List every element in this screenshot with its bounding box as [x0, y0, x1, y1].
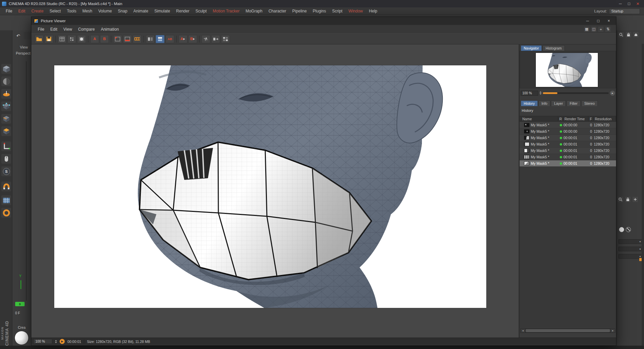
am-search-icon[interactable] [618, 197, 623, 202]
save-image-icon[interactable] [44, 35, 53, 43]
pv-menu-animation[interactable]: Animation [98, 27, 122, 32]
picture-viewer-titlebar[interactable]: Picture Viewer ─ □ × [31, 17, 616, 25]
search-icon[interactable] [618, 32, 624, 37]
am-lock-icon[interactable] [625, 197, 631, 202]
material-create-menu[interactable]: Crea [18, 325, 26, 329]
status-zoom-field[interactable]: 100 % [33, 339, 52, 344]
b-assign-icon[interactable]: B [188, 35, 197, 43]
model-mode-icon[interactable] [1, 64, 11, 74]
points-mode-icon[interactable] [1, 101, 11, 111]
tab-filter[interactable]: Filter [566, 100, 580, 106]
history-row[interactable]: My Mask5 * 00:00:01 0 1280x720 [520, 141, 616, 148]
menu-pipeline[interactable]: Pipeline [289, 9, 310, 13]
material-preview-sphere[interactable] [14, 331, 29, 345]
subdivision-surface-icon[interactable]: S [1, 166, 11, 176]
column-render-time[interactable]: Render Time [563, 116, 588, 121]
shader-circle-icon[interactable] [619, 227, 624, 232]
history-row[interactable]: My Mask5 * 00:00:01 0 1280x720 [520, 148, 616, 154]
zoom-value-field[interactable]: 100 % [521, 91, 538, 96]
menu-snap[interactable]: Snap [115, 9, 130, 13]
lock-icon[interactable] [626, 32, 631, 37]
pv-close-icon[interactable]: × [608, 18, 610, 24]
pv-minimize-icon[interactable]: ─ [586, 18, 589, 24]
open-file-icon[interactable] [35, 35, 43, 43]
uv-edit-icon[interactable] [1, 195, 11, 205]
menu-character[interactable]: Character [266, 9, 289, 13]
texture-mode-icon[interactable] [1, 76, 11, 86]
menu-sculpt[interactable]: Sculpt [192, 9, 210, 13]
rendered-image[interactable] [54, 65, 486, 308]
am-history-icon[interactable] [633, 197, 638, 202]
tab-navigator[interactable]: Navigator [521, 45, 542, 51]
compare-set-b-icon[interactable]: B [100, 35, 109, 43]
edges-mode-icon[interactable] [1, 114, 11, 124]
pv-menu-view[interactable]: View [60, 27, 75, 32]
dual-view-icon[interactable]: ◫ [591, 27, 596, 32]
render-preview-icon[interactable] [77, 35, 86, 43]
status-zoom-stepper[interactable] [55, 340, 57, 343]
table-layout-icon[interactable] [58, 35, 66, 43]
menu-tools[interactable]: Tools [64, 9, 79, 13]
zoom-stepper[interactable] [540, 91, 542, 95]
no-shader-circle-icon[interactable] [626, 227, 631, 232]
tab-history[interactable]: History [521, 100, 538, 106]
column-render-flag[interactable]: R [558, 116, 563, 121]
menu-script[interactable]: Script [329, 9, 345, 13]
split-vertical-icon[interactable] [156, 35, 164, 43]
tab-stereo[interactable]: Stereo [581, 100, 598, 106]
menu-window[interactable]: Window [345, 9, 366, 13]
input-device-icon[interactable] [1, 154, 11, 164]
pv-menu-compare[interactable]: Compare [75, 27, 98, 32]
swap-images-icon[interactable] [202, 35, 210, 43]
right-edge-scrollbar[interactable] [642, 44, 644, 349]
menu-volume[interactable]: Volume [95, 9, 115, 13]
column-name[interactable]: Name [520, 116, 558, 121]
workplane-mode-icon[interactable] [1, 89, 11, 99]
menu-animate[interactable]: Animate [130, 9, 151, 13]
home-icon[interactable] [633, 32, 639, 37]
axis-mode-icon[interactable] [1, 141, 11, 151]
menu-help[interactable]: Help [366, 9, 380, 13]
tab-info[interactable]: Info [539, 100, 551, 106]
menu-mograph[interactable]: MoGraph [243, 9, 266, 13]
frame-b-icon[interactable] [123, 35, 132, 43]
ab-compare-icon[interactable]: AB [165, 35, 174, 43]
tab-layer[interactable]: Layer [551, 100, 566, 106]
pv-menu-edit[interactable]: Edit [47, 27, 60, 32]
fit-view-icon[interactable]: ⇅ [605, 27, 611, 32]
menu-mesh[interactable]: Mesh [79, 9, 95, 13]
menu-create[interactable]: Create [28, 9, 47, 13]
image-canvas-zone[interactable] [31, 44, 519, 338]
history-row[interactable]: My Mask5 * 00:00:00 0 1280x720 [520, 122, 616, 128]
history-row[interactable]: My Mask5 * 00:00:01 0 1280x720 [520, 135, 616, 141]
menu-simulate[interactable]: Simulate [151, 9, 173, 13]
undo-icon[interactable]: ↶ [14, 32, 22, 39]
scrollbar-thumb[interactable] [526, 329, 610, 332]
channels-icon[interactable] [67, 35, 76, 43]
split-horizontal-icon[interactable] [146, 35, 155, 43]
simulation-ring-icon[interactable] [1, 208, 11, 218]
column-resolution[interactable]: Resolution [594, 116, 616, 121]
history-row-selected[interactable]: My Mask5 * 00:00:01 0 1280x720 [520, 160, 616, 167]
content-browser-icon[interactable]: ▦ [584, 27, 589, 32]
menu-file[interactable]: File [3, 9, 15, 13]
pan-view-icon[interactable]: + [598, 27, 604, 32]
redo-icon[interactable] [24, 32, 31, 39]
layout-select[interactable]: Startup [609, 8, 640, 14]
close-icon[interactable]: × [636, 0, 639, 7]
snap-magnet-icon[interactable] [1, 182, 11, 191]
history-row[interactable]: My Mask5 * 00:00:00 0 1280x720 [520, 128, 616, 135]
menu-render[interactable]: Render [173, 9, 192, 13]
attribute-dropdown-1[interactable]: ▼ [618, 239, 643, 244]
play-icon[interactable]: ▶ [60, 339, 65, 344]
zoom-slider[interactable] [543, 92, 609, 94]
scroll-right-icon[interactable]: ▸ [611, 329, 615, 332]
tab-histogram[interactable]: Histogram [543, 45, 565, 51]
frame-a-icon[interactable] [113, 35, 122, 43]
viewport-menu-view[interactable]: View [20, 45, 28, 49]
grid-compare-icon[interactable] [221, 35, 230, 43]
viewport-menu-perspective[interactable]: Perspect [16, 51, 30, 55]
menu-plugins[interactable]: Plugins [310, 9, 329, 13]
history-horizontal-scrollbar[interactable]: ◂ ▸ [520, 328, 615, 333]
zoom-step-button[interactable]: ▸ [610, 91, 615, 96]
